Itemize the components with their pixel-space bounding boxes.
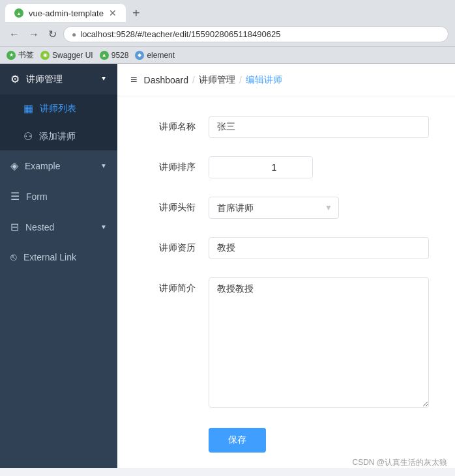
form-container: 讲师名称 讲师排序 ▲ ▼ [117, 96, 455, 468]
tab-close-button[interactable]: ✕ [109, 8, 117, 18]
control-level: 高级讲师 首席讲师 ▼ [209, 197, 429, 219]
url-bar[interactable]: ● localhost:9528/#/teacher/edit/15590280… [63, 26, 448, 42]
bookmark-9528[interactable]: ▲ 9528 [100, 51, 129, 60]
swagger-label: Swagger UI [52, 51, 93, 60]
control-intro [209, 237, 429, 259]
reload-button[interactable]: ↻ [46, 27, 59, 42]
breadcrumb-sep-1: / [192, 75, 195, 85]
form-row-name: 讲师名称 [143, 116, 429, 138]
main-content: ≡ Dashboard / 讲师管理 / 编辑讲师 讲师名称 讲师排序 [117, 64, 455, 468]
new-tab-button[interactable]: + [128, 7, 144, 20]
element-label: element [147, 51, 175, 60]
tab-favicon [14, 8, 23, 18]
secure-icon: ● [72, 30, 76, 39]
breadcrumb-current: 编辑讲师 [246, 74, 282, 86]
teacher-list-icon: ▦ [23, 102, 33, 115]
control-name [209, 116, 429, 138]
control-description: 教授教授 [209, 277, 429, 410]
form-row-sort: 讲师排序 ▲ ▼ [143, 156, 429, 178]
sidebar-item-label: External Link [23, 252, 76, 262]
breadcrumb: Dashboard / 讲师管理 / 编辑讲师 [144, 74, 282, 86]
sidebar-item-teacher-list[interactable]: ▦ 讲师列表 [0, 94, 117, 122]
input-sort[interactable] [209, 157, 313, 178]
label-name: 讲师名称 [143, 116, 196, 133]
label-sort: 讲师排序 [143, 156, 196, 173]
swagger-favicon: ◉ [40, 51, 50, 60]
label-intro: 讲师资历 [143, 237, 196, 254]
sidebar-item-example[interactable]: ◈ Example ▼ [0, 150, 117, 181]
sidebar-item-label: Nested [25, 222, 54, 232]
bookmark-swagger[interactable]: ◉ Swagger UI [40, 51, 93, 60]
bookmark-item[interactable]: ★ 书签 [7, 49, 34, 61]
sidebar-item-label: Example [25, 161, 60, 171]
bookmark-element[interactable]: ◆ element [135, 51, 175, 60]
number-input-wrapper: ▲ ▼ [209, 156, 313, 178]
hamburger-icon[interactable]: ≡ [130, 73, 138, 87]
select-level[interactable]: 高级讲师 首席讲师 [209, 197, 339, 219]
watermark: CSDN @认真生活的灰太狼 [352, 457, 447, 468]
sidebar-item-teacher-add[interactable]: ⚇ 添加讲师 [0, 122, 117, 150]
form-icon: ☰ [10, 190, 20, 203]
breadcrumb-dashboard[interactable]: Dashboard [144, 75, 189, 85]
teacher-mgmt-icon: ⚙ [10, 73, 20, 85]
sidebar-item-form[interactable]: ☰ Form [0, 181, 117, 212]
sidebar: ⚙ 讲师管理 ▲ ▦ 讲师列表 ⚇ 添加讲师 ◈ Example ▼ ☰ For… [0, 64, 117, 468]
chevron-down-icon: ▼ [100, 162, 107, 169]
bookmark-label: 书签 [18, 49, 34, 61]
sidebar-sub-label: 讲师列表 [40, 103, 76, 115]
teacher-add-icon: ⚇ [23, 130, 33, 143]
save-button[interactable]: 保存 [209, 428, 266, 453]
example-icon: ◈ [10, 160, 18, 172]
sidebar-item-external-link[interactable]: ⎋ External Link [0, 242, 117, 272]
sidebar-item-teacher-mgmt[interactable]: ⚙ 讲师管理 ▲ [0, 64, 117, 94]
input-name[interactable] [209, 116, 429, 138]
textarea-description[interactable]: 教授教授 [209, 277, 429, 408]
external-link-icon: ⎋ [10, 251, 17, 263]
page-header: ≡ Dashboard / 讲师管理 / 编辑讲师 [117, 64, 455, 96]
tab-bar: vue-admin-template ✕ + [0, 0, 455, 22]
chevron-down-icon: ▼ [100, 223, 107, 231]
sidebar-item-label: 讲师管理 [26, 74, 63, 85]
form-row-description: 讲师简介 教授教授 [143, 277, 429, 410]
app-layout: ⚙ 讲师管理 ▲ ▦ 讲师列表 ⚇ 添加讲师 ◈ Example ▼ ☰ For… [0, 64, 455, 468]
sidebar-item-label: Form [26, 191, 48, 202]
element-favicon: ◆ [135, 51, 144, 60]
label-level: 讲师头衔 [143, 197, 196, 214]
sidebar-item-nested[interactable]: ⊟ Nested ▼ [0, 212, 117, 242]
url-text: localhost:9528/#/teacher/edit/1559028065… [80, 29, 280, 39]
bookmarks-bar: ★ 书签 ◉ Swagger UI ▲ 9528 ◆ element [0, 46, 455, 63]
tab-title: vue-admin-template [29, 8, 104, 18]
breadcrumb-teacher-mgmt[interactable]: 讲师管理 [199, 74, 235, 86]
form-row-intro: 讲师资历 [143, 237, 429, 259]
address-bar: ← → ↻ ● localhost:9528/#/teacher/edit/15… [0, 22, 455, 46]
chevron-down-icon: ▲ [100, 76, 107, 83]
select-wrapper: 高级讲师 首席讲师 ▼ [209, 197, 339, 219]
forward-button[interactable]: → [26, 27, 42, 42]
input-intro[interactable] [209, 237, 429, 259]
active-tab[interactable]: vue-admin-template ✕ [5, 4, 126, 22]
nested-icon: ⊟ [10, 221, 19, 233]
breadcrumb-sep-2: / [239, 75, 242, 85]
9528-label: 9528 [111, 51, 129, 60]
form-row-level: 讲师头衔 高级讲师 首席讲师 ▼ [143, 197, 429, 219]
sidebar-sub-label: 添加讲师 [39, 131, 76, 143]
9528-favicon: ▲ [100, 51, 109, 60]
browser-chrome: vue-admin-template ✕ + ← → ↻ ● localhost… [0, 0, 455, 64]
control-sort: ▲ ▼ [209, 156, 429, 178]
label-description: 讲师简介 [143, 277, 196, 294]
back-button[interactable]: ← [7, 27, 22, 42]
bookmark-favicon: ★ [7, 51, 16, 60]
